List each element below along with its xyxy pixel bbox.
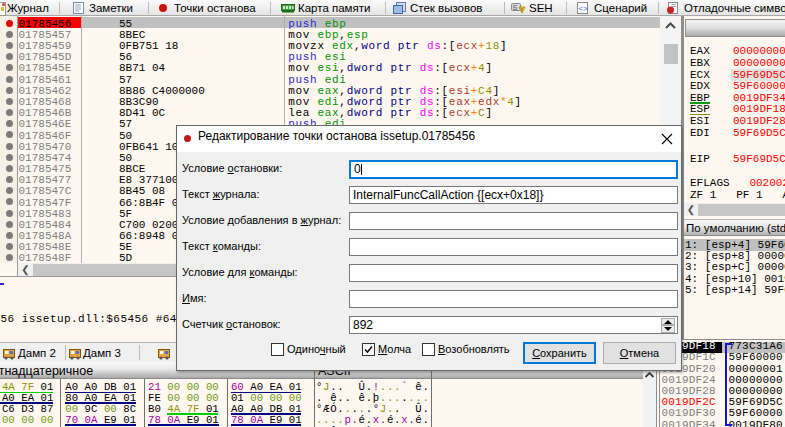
svg-text:<>: <> — [578, 4, 588, 13]
svg-text:S: S — [513, 4, 518, 11]
